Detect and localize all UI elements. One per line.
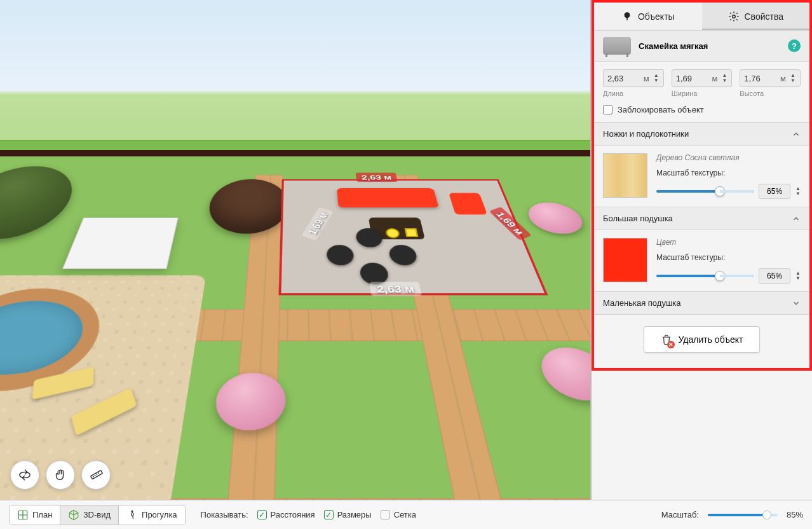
stepper-down-icon[interactable]: ▼ [795, 191, 801, 196]
checkbox-checked-icon: ✓ [324, 510, 334, 519]
orbit-tool[interactable] [10, 460, 39, 490]
stepper-down-icon[interactable]: ▼ [795, 276, 801, 281]
svg-point-2 [624, 12, 630, 18]
lot: 2,63 м 2,63 м 1,69 м 1,69 м [0, 150, 591, 500]
tab-properties[interactable]: Свойства [702, 3, 810, 31]
stepper-down-icon[interactable]: ▼ [721, 78, 727, 83]
texture-scale-slider[interactable] [656, 275, 754, 277]
stepper-down-icon[interactable]: ▼ [790, 78, 796, 83]
side-panel: Объекты Свойства Скамейка мягкая ? [591, 0, 812, 500]
zoom-value: 85% [787, 510, 803, 519]
texture-scale-value[interactable]: 65% [759, 268, 790, 284]
pan-tool[interactable] [46, 460, 75, 490]
scene-canvas: 2,63 м 2,63 м 1,69 м 1,69 м [0, 0, 590, 500]
scale-handle[interactable] [404, 228, 418, 237]
scale-label: Масштаб: [661, 510, 699, 519]
texture-scale-label: Масштаб текстуры: [656, 253, 801, 262]
height-label: Высота [740, 90, 801, 97]
help-button[interactable]: ? [788, 39, 801, 52]
bottom-toolbar: План 3D-вид Прогулка Показывать: ✓ Расст… [0, 500, 812, 529]
tab-objects[interactable]: Объекты [594, 3, 702, 31]
material-swatch-color[interactable] [603, 238, 647, 282]
view3d-icon [68, 509, 79, 521]
show-label: Показывать: [201, 510, 248, 519]
object-name: Скамейка мягкая [639, 41, 780, 51]
section-big-cushion-header[interactable]: Большая подушка [594, 207, 809, 230]
walk-icon [126, 509, 138, 521]
toggle-sizes[interactable]: ✓ Размеры [324, 510, 372, 519]
trash-icon: ✕ [661, 333, 672, 346]
section-small-cushion-header[interactable]: Маленькая подушка [594, 291, 809, 315]
lock-checkbox-input[interactable] [603, 105, 612, 114]
chevron-up-icon [792, 214, 801, 223]
checkbox-unchecked-icon: ✓ [381, 510, 390, 519]
toggle-distances[interactable]: ✓ Расстояния [257, 510, 315, 519]
toggle-grid[interactable]: ✓ Сетка [381, 510, 416, 519]
delete-object-button[interactable]: ✕ Удалить объект [644, 326, 761, 353]
stepper-down-icon[interactable]: ▼ [653, 78, 660, 83]
viewport-3d[interactable]: 2,63 м 2,63 м 1,69 м 1,69 м [0, 0, 591, 500]
svg-point-4 [732, 15, 735, 18]
chevron-up-icon [792, 130, 801, 139]
tree-icon [621, 11, 633, 22]
svg-point-0 [20, 472, 30, 477]
dimension-label: 2,63 м [355, 172, 398, 182]
tab-label: Свойства [745, 11, 783, 22]
dimension-label: 2,63 м [369, 282, 422, 296]
chevron-down-icon [792, 299, 801, 308]
section-legs-header[interactable]: Ножки и подлокотники [594, 122, 809, 146]
length-label: Длина [603, 90, 664, 97]
view-plan-button[interactable]: План [10, 505, 60, 525]
width-label: Ширина [672, 90, 733, 97]
view-3d-button[interactable]: 3D-вид [60, 505, 119, 525]
checkbox-checked-icon: ✓ [257, 510, 267, 519]
material-swatch-wood[interactable] [603, 153, 647, 198]
view-walk-button[interactable]: Прогулка [119, 505, 185, 525]
length-input[interactable]: 2,63 м ▲▼ [603, 69, 664, 87]
gear-icon [728, 11, 740, 22]
tab-label: Объекты [638, 11, 675, 22]
measure-tool[interactable] [81, 460, 111, 490]
width-input[interactable]: 1,69 м ▲▼ [672, 69, 733, 87]
texture-scale-value[interactable]: 65% [759, 184, 790, 199]
object-thumbnail [603, 37, 631, 55]
lock-object-checkbox[interactable]: Заблокировать объект [594, 100, 809, 122]
texture-scale-slider[interactable] [656, 190, 754, 193]
texture-scale-label: Масштаб текстуры: [656, 168, 801, 177]
svg-rect-3 [626, 17, 628, 20]
sofa-selected[interactable] [337, 188, 439, 207]
material-name: Цвет [656, 238, 801, 247]
svg-point-6 [132, 510, 133, 512]
zoom-slider[interactable] [708, 514, 778, 516]
height-input[interactable]: 1,76 м ▲▼ [740, 69, 801, 87]
material-name: Дерево Сосна светлая [656, 153, 801, 162]
plan-icon [17, 509, 29, 521]
